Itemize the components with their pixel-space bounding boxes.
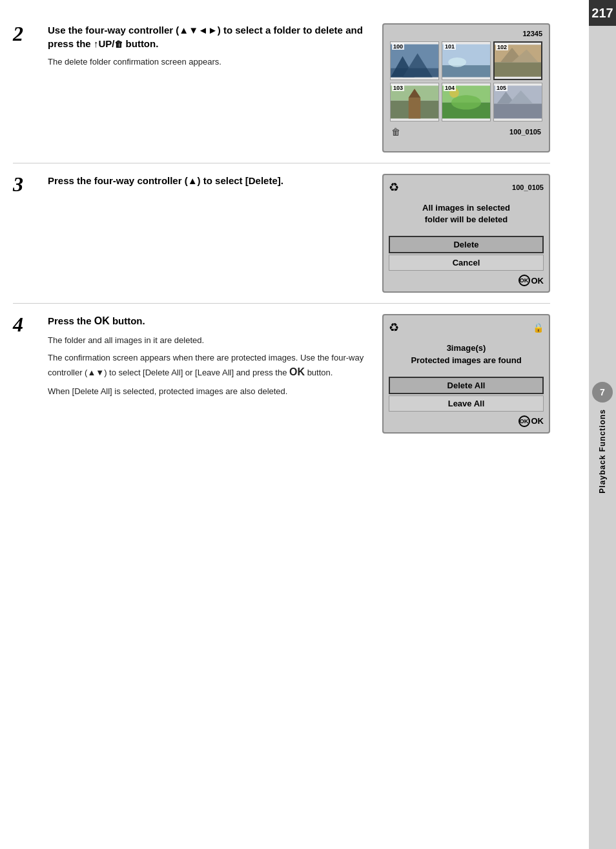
svg-rect-5	[442, 65, 490, 78]
page-indicator: 12345	[522, 30, 542, 37]
delete-all-button[interactable]: Delete All	[389, 377, 544, 394]
step-2-content: Use the four-way controller (▲▼◄►) to se…	[48, 23, 372, 152]
folder-label-104: 104	[444, 85, 456, 91]
step-4-desc-2: The confirmation screen appears when the…	[48, 351, 372, 380]
chapter-sidebar: 7 Playback Functions	[589, 26, 616, 849]
chapter-number-circle: 7	[592, 382, 613, 403]
chapter-title: Playback Functions	[598, 409, 607, 494]
folder-label-103: 103	[392, 85, 404, 91]
step-4: 4 Press the OK button. The folder and al…	[13, 304, 550, 443]
folder-screen-bottom: 🗑 100_0105	[387, 124, 545, 138]
confirm-folder-name: 100_0105	[512, 183, 544, 191]
protected-ok-row: OK OK	[389, 415, 544, 427]
protected-confirm-screen: ♻ 🔒 3image(s) Protected images are found…	[382, 314, 550, 433]
step-3-number: 3	[13, 174, 41, 293]
step-4-desc-3: When [Delete All] is selected, protected…	[48, 385, 372, 398]
step-4-desc-1: The folder and all images in it are dele…	[48, 334, 372, 347]
step-2: 2 Use the four-way controller (▲▼◄►) to …	[13, 13, 550, 163]
page-number: 217	[589, 0, 616, 26]
folder-label-105: 105	[495, 85, 508, 91]
folder-page-indicator-row: 12345	[387, 28, 545, 39]
svg-rect-8	[495, 62, 541, 77]
folder-item-100: 100	[390, 41, 439, 80]
folder-item-105: 105	[493, 83, 542, 121]
step-2-title: Use the four-way controller (▲▼◄►) to se…	[48, 23, 372, 50]
leave-all-button[interactable]: Leave All	[389, 395, 544, 412]
svg-rect-20	[494, 103, 542, 118]
svg-point-6	[448, 58, 466, 67]
confirm-ok-row: OK OK	[389, 275, 544, 286]
cancel-button[interactable]: Cancel	[389, 255, 544, 271]
svg-rect-13	[409, 98, 421, 118]
protected-trash-icon: ♻	[389, 320, 399, 335]
step-3-content: Press the four-way controller (▲) to sel…	[48, 174, 372, 293]
folder-item-103: 103	[390, 83, 439, 121]
confirm-top-row: ♻ 100_0105	[389, 180, 544, 194]
folder-item-104: 104	[442, 83, 491, 121]
delete-confirm-screen: ♻ 100_0105 All images in selectedfolder …	[382, 174, 550, 293]
folder-item-102: 102	[493, 41, 542, 80]
folder-label-101: 101	[444, 43, 456, 50]
step-4-screen-container: ♻ 🔒 3image(s) Protected images are found…	[382, 314, 550, 433]
folder-grid: 100 101	[387, 41, 545, 121]
folder-item-101: 101	[442, 41, 491, 80]
step-3-screen-container: ♻ 100_0105 All images in selectedfolder …	[382, 174, 550, 293]
confirm-icon: ♻	[389, 180, 399, 194]
step-2-description: The delete folder confirmation screen ap…	[48, 56, 372, 68]
protected-lock-icon: 🔒	[533, 322, 544, 333]
protected-message: 3image(s) Protected images are found	[389, 342, 544, 366]
folder-label-100: 100	[392, 43, 404, 50]
folder-label-102: 102	[496, 44, 508, 50]
protected-ok-label: OK	[531, 416, 544, 426]
step-2-screen-container: 12345 100	[382, 23, 550, 152]
step-2-number: 2	[13, 23, 41, 152]
ok-label: OK	[531, 276, 544, 286]
folder-browser-screen: 12345 100	[382, 23, 550, 152]
step-4-title: Press the OK button.	[48, 314, 372, 328]
step-3-title: Press the four-way controller (▲) to sel…	[48, 174, 372, 187]
svg-rect-3	[391, 68, 438, 78]
folder-name-bottom: 100_0105	[509, 128, 541, 136]
trash-icon: 🗑	[391, 127, 400, 137]
confirm-message: All images in selectedfolder will be del…	[389, 202, 544, 225]
svg-point-17	[451, 95, 481, 109]
step-4-content: Press the OK button. The folder and all …	[48, 314, 372, 433]
protected-top-row: ♻ 🔒	[389, 320, 544, 335]
ok-circle-icon: OK	[518, 275, 530, 286]
delete-button[interactable]: Delete	[389, 236, 544, 253]
step-4-number: 4	[13, 314, 41, 433]
step-3: 3 Press the four-way controller (▲) to s…	[13, 163, 550, 304]
protected-ok-circle: OK	[518, 415, 530, 427]
